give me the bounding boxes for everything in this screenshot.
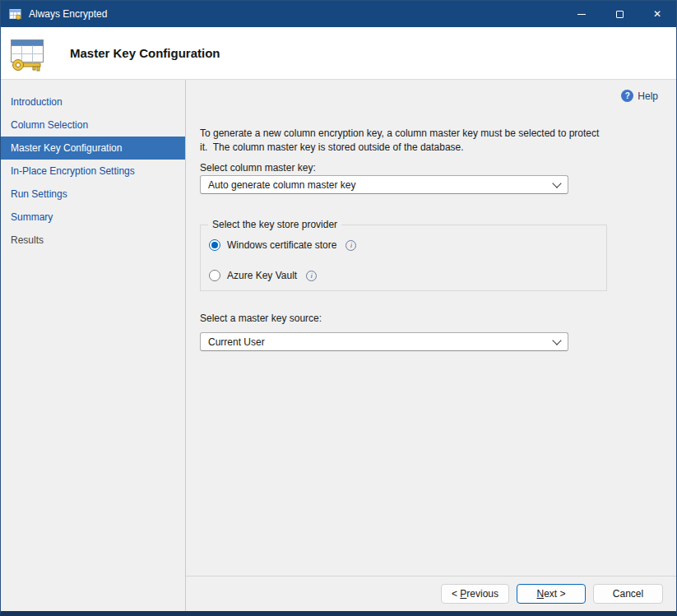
sidebar-item-column-selection[interactable]: Column Selection [1, 113, 185, 137]
radio-option-windows-certificate-store[interactable]: Windows certificate store i [209, 239, 606, 251]
chevron-down-icon [552, 178, 561, 188]
master-key-source-label: Select a master key source: [200, 313, 322, 324]
wizard-header: Master Key Configuration [1, 27, 676, 80]
titlebar: Always Encrypted ✕ [1, 1, 676, 27]
minimize-button[interactable] [563, 1, 600, 27]
close-icon: ✕ [653, 9, 661, 19]
windows-certificate-store-label: Windows certificate store [227, 239, 336, 251]
master-key-source-value: Current User [208, 336, 265, 348]
previous-button[interactable]: < Previous [441, 584, 509, 604]
help-question-icon: ? [621, 90, 633, 102]
master-key-source-select[interactable]: Current User [200, 332, 568, 351]
maximize-button[interactable] [600, 1, 638, 27]
radio-selected-icon[interactable] [209, 239, 220, 251]
always-encrypted-window: Always Encrypted ✕ [0, 0, 677, 616]
wizard-steps-sidebar: Introduction Column Selection Master Key… [1, 80, 186, 611]
sidebar-item-run-settings[interactable]: Run Settings [1, 183, 185, 206]
radio-option-azure-key-vault[interactable]: Azure Key Vault i [209, 270, 606, 281]
previous-label-rest: revious [466, 588, 498, 600]
next-label-mnemonic: N [536, 588, 544, 600]
maximize-icon [616, 11, 624, 18]
help-link[interactable]: ? Help [621, 90, 658, 102]
sidebar-item-in-place-encryption-settings[interactable]: In-Place Encryption Settings [1, 160, 185, 183]
next-label-rest: ext > [544, 588, 565, 600]
main-panel: ? Help To generate a new column encrypti… [186, 80, 676, 611]
key-store-provider-group: Select the key store provider Windows ce… [200, 225, 607, 291]
azure-key-vault-label: Azure Key Vault [227, 270, 297, 281]
next-button[interactable]: Next > [517, 584, 586, 604]
cancel-button[interactable]: Cancel [593, 584, 663, 604]
footer-button-bar: < Previous Next > Cancel [186, 576, 676, 611]
column-master-key-label: Select column master key: [200, 162, 316, 174]
previous-label-prefix: < [452, 588, 460, 600]
app-icon [9, 7, 22, 21]
chevron-down-icon [552, 336, 561, 345]
page-title: Master Key Configuration [70, 46, 220, 60]
column-master-key-value: Auto generate column master key [208, 179, 355, 191]
intro-text: To generate a new column encryption key,… [200, 127, 609, 155]
sidebar-item-introduction[interactable]: Introduction [1, 90, 185, 113]
sidebar-item-summary[interactable]: Summary [1, 206, 185, 229]
window-controls: ✕ [563, 1, 676, 27]
help-label: Help [638, 90, 658, 102]
window-title: Always Encrypted [29, 8, 107, 20]
info-icon[interactable]: i [306, 271, 317, 281]
key-store-provider-group-label: Select the key store provider [208, 219, 341, 230]
wizard-body: Introduction Column Selection Master Key… [1, 80, 676, 611]
info-icon[interactable]: i [345, 240, 356, 251]
minimize-icon [577, 14, 586, 15]
table-key-icon [7, 34, 47, 73]
sidebar-item-results: Results [1, 229, 185, 252]
sidebar-item-master-key-configuration[interactable]: Master Key Configuration [1, 137, 185, 160]
column-master-key-select[interactable]: Auto generate column master key [200, 175, 568, 194]
close-button[interactable]: ✕ [638, 1, 676, 27]
radio-unselected-icon[interactable] [209, 270, 220, 281]
